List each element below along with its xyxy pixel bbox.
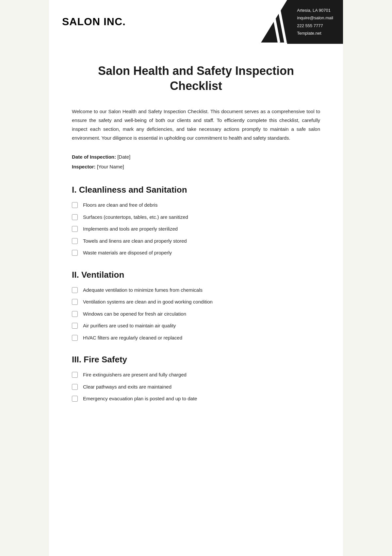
item-text: Implements and tools are properly steril… xyxy=(83,225,178,233)
checkbox[interactable] xyxy=(72,311,78,317)
section-3: III. Fire SafetyFire extinguishers are p… xyxy=(72,355,320,403)
list-item: Towels and linens are clean and properly… xyxy=(72,237,320,245)
diagonal-shape xyxy=(261,0,287,43)
header: SALON INC. Artesia, LA 90701 inquire@sal… xyxy=(49,0,343,44)
inspector-line: Inspector: [Your Name] xyxy=(72,162,320,172)
list-item: Ventilation systems are clean and in goo… xyxy=(72,298,320,306)
item-text: Air purifiers are used to maintain air q… xyxy=(83,322,176,330)
checkbox[interactable] xyxy=(72,335,78,341)
checkbox[interactable] xyxy=(72,238,78,244)
list-item: Clear pathways and exits are maintained xyxy=(72,383,320,391)
list-item: Adequate ventilation to minimize fumes f… xyxy=(72,287,320,294)
meta-info: Date of Inspection: [Date] Inspector: [Y… xyxy=(72,152,320,172)
checkbox[interactable] xyxy=(72,372,78,378)
checkbox[interactable] xyxy=(72,214,78,220)
date-value: [Date] xyxy=(117,154,130,160)
checkbox[interactable] xyxy=(72,323,78,329)
checkbox[interactable] xyxy=(72,226,78,232)
list-item: Fire extinguishers are present and fully… xyxy=(72,371,320,379)
item-text: Ventilation systems are clean and in goo… xyxy=(83,298,213,306)
inspector-label: Inspector: xyxy=(72,164,96,169)
list-item: Emergency evacuation plan is posted and … xyxy=(72,395,320,403)
logo: SALON INC. xyxy=(62,16,126,28)
item-text: Towels and linens are clean and properly… xyxy=(83,237,187,245)
date-line: Date of Inspection: [Date] xyxy=(72,152,320,162)
address-line3: 222 555 7777 xyxy=(297,22,333,29)
header-right: Artesia, LA 90701 inquire@salon.mail 222… xyxy=(261,0,343,44)
checkbox[interactable] xyxy=(72,202,78,208)
list-item: Windows can be opened for fresh air circ… xyxy=(72,310,320,318)
inspector-value: [Your Name] xyxy=(97,164,124,169)
list-item: Floors are clean and free of debris xyxy=(72,201,320,209)
section-1: I. Cleanliness and SanitationFloors are … xyxy=(72,185,320,257)
item-text: Clear pathways and exits are maintained xyxy=(83,383,172,391)
main-content: Salon Health and Safety Inspection Check… xyxy=(49,63,343,435)
section-title-2: II. Ventilation xyxy=(72,270,320,280)
intro-paragraph: Welcome to our Salon Health and Safety I… xyxy=(72,107,320,142)
item-text: Floors are clean and free of debris xyxy=(83,201,157,209)
page: SALON INC. Artesia, LA 90701 inquire@sal… xyxy=(49,0,343,556)
section-title-3: III. Fire Safety xyxy=(72,355,320,365)
checkbox[interactable] xyxy=(72,384,78,390)
section-title-1: I. Cleanliness and Sanitation xyxy=(72,185,320,195)
item-text: Emergency evacuation plan is posted and … xyxy=(83,395,197,403)
item-text: Waste materials are disposed of properly xyxy=(83,249,172,257)
logo-area: SALON INC. xyxy=(49,0,139,44)
item-text: Windows can be opened for fresh air circ… xyxy=(83,310,186,318)
date-label: Date of Inspection: xyxy=(72,154,116,160)
list-item: Waste materials are disposed of properly xyxy=(72,249,320,257)
item-text: Fire extinguishers are present and fully… xyxy=(83,371,187,379)
address-line1: Artesia, LA 90701 xyxy=(297,7,333,14)
item-text: Adequate ventilation to minimize fumes f… xyxy=(83,287,203,294)
checkbox[interactable] xyxy=(72,396,78,402)
address-line4: Template.net xyxy=(297,29,333,37)
checkbox[interactable] xyxy=(72,287,78,293)
section-2: II. VentilationAdequate ventilation to m… xyxy=(72,270,320,342)
item-text: Surfaces (countertops, tables, etc.) are… xyxy=(83,214,188,221)
checkbox[interactable] xyxy=(72,250,78,256)
address-line2: inquire@salon.mail xyxy=(297,14,333,22)
main-title: Salon Health and Safety Inspection Check… xyxy=(72,63,320,94)
list-item: HVAC filters are regularly cleaned or re… xyxy=(72,334,320,342)
sections-container: I. Cleanliness and SanitationFloors are … xyxy=(72,185,320,403)
list-item: Surfaces (countertops, tables, etc.) are… xyxy=(72,214,320,221)
checkbox[interactable] xyxy=(72,299,78,305)
list-item: Implements and tools are properly steril… xyxy=(72,225,320,233)
item-text: HVAC filters are regularly cleaned or re… xyxy=(83,334,182,342)
contact-box: Artesia, LA 90701 inquire@salon.mail 222… xyxy=(287,0,343,44)
list-item: Air purifiers are used to maintain air q… xyxy=(72,322,320,330)
